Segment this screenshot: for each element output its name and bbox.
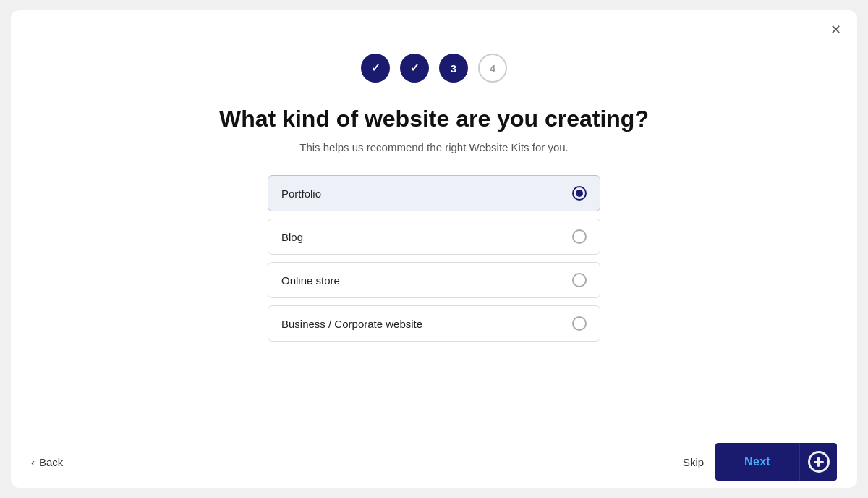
radio-portfolio-inner [576, 190, 583, 197]
back-button[interactable]: ‹ Back [31, 456, 63, 468]
option-business-corporate-label: Business / Corporate website [281, 318, 422, 330]
option-blog-label: Blog [281, 231, 303, 243]
next-label: Next [744, 455, 770, 468]
next-button[interactable]: Next [715, 443, 799, 481]
wizard-modal: ✕ ✓ ✓ 3 4 What kind of website are you c… [11, 10, 857, 488]
back-chevron-icon: ‹ [31, 456, 35, 468]
close-button[interactable]: ✕ [830, 23, 841, 36]
next-icon-box[interactable] [799, 443, 837, 481]
step-4: 4 [478, 54, 507, 83]
back-label: Back [39, 456, 63, 468]
plus-vertical-icon [817, 457, 820, 467]
step-1: ✓ [361, 54, 390, 83]
radio-online-store [572, 273, 587, 287]
page-title: What kind of website are you creating? [219, 106, 649, 132]
option-online-store[interactable]: Online store [268, 262, 600, 298]
option-online-store-label: Online store [281, 274, 340, 287]
next-icon-circle [808, 451, 830, 473]
option-portfolio-label: Portfolio [281, 187, 321, 200]
step-3: 3 [439, 54, 468, 83]
radio-portfolio [572, 186, 587, 201]
radio-blog [572, 229, 587, 244]
radio-business-corporate [572, 316, 587, 331]
options-list: Portfolio Blog Online store Business / C… [268, 175, 600, 342]
stepper: ✓ ✓ 3 4 [361, 54, 507, 83]
page-subtitle: This helps us recommend the right Websit… [299, 141, 569, 153]
skip-button[interactable]: Skip [683, 456, 704, 468]
step-2: ✓ [400, 54, 429, 83]
footer: ‹ Back Skip Next [11, 436, 857, 488]
option-portfolio[interactable]: Portfolio [268, 175, 600, 211]
skip-label: Skip [683, 456, 704, 468]
option-business-corporate[interactable]: Business / Corporate website [268, 305, 600, 342]
option-blog[interactable]: Blog [268, 219, 600, 255]
footer-right: Skip Next [683, 443, 837, 481]
